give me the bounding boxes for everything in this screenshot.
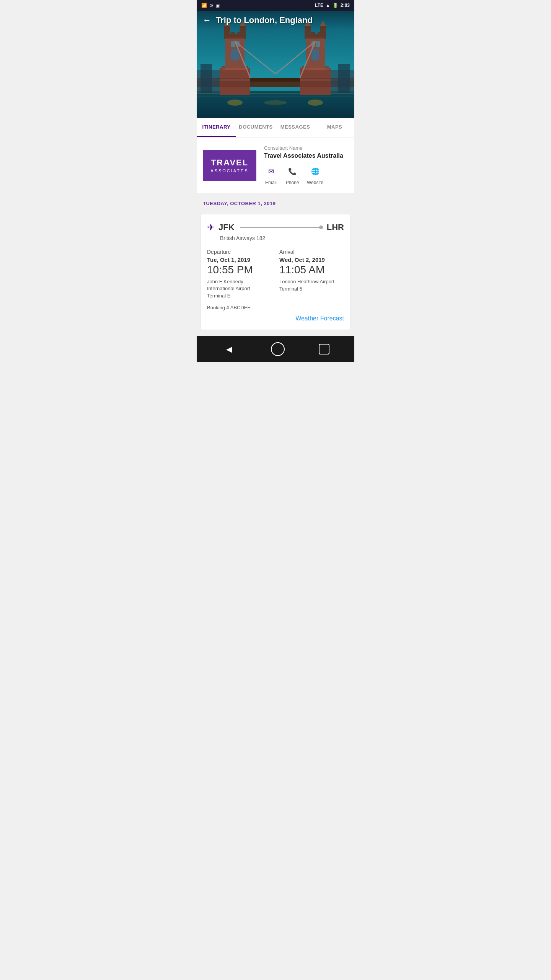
departure-time: 10:55 PM — [207, 264, 272, 276]
consultant-info: Consultant Name Travel Associates Austra… — [264, 145, 348, 185]
plane-icon: ✈ — [207, 222, 215, 233]
departure-airport: John F Kennedy International Airport — [207, 278, 272, 292]
email-icon: ✉ — [264, 165, 278, 178]
email-label: Email — [265, 180, 277, 185]
consultant-name: Travel Associates Australia — [264, 152, 348, 159]
email-action[interactable]: ✉ Email — [264, 165, 278, 185]
logo-line1: TRAVEL — [211, 158, 248, 168]
contact-actions: ✉ Email 📞 Phone 🌐 Website — [264, 165, 348, 185]
flight-details: Departure Tue, Oct 1, 2019 10:55 PM John… — [207, 249, 344, 299]
status-bar: 📶 ⊙ ▣ LTE ▲ 🔋 2:03 — [197, 0, 354, 11]
phone-label: Phone — [286, 180, 299, 185]
svg-point-46 — [308, 100, 323, 106]
svg-rect-49 — [201, 64, 212, 93]
nav-recent-button[interactable] — [319, 344, 329, 354]
departure-label: Departure — [207, 249, 272, 255]
svg-rect-9 — [231, 32, 235, 36]
nfc-icon: ▣ — [215, 3, 220, 8]
signal-icon: ▲ — [326, 3, 330, 8]
arrival-label: Arrival — [279, 249, 344, 255]
route-dot — [319, 225, 323, 229]
svg-rect-24 — [311, 32, 315, 36]
date-header: TUESDAY, OCTOBER 1, 2019 — [197, 196, 354, 211]
svg-rect-43 — [300, 68, 331, 95]
nav-home-button[interactable] — [271, 342, 285, 356]
website-icon: 🌐 — [308, 165, 322, 178]
travel-associates-logo: TRAVEL ASSOCIATES — [203, 150, 256, 181]
from-airport-code: JFK — [218, 222, 235, 232]
booking-ref: Booking # ABCDEF — [207, 305, 344, 310]
departure-col: Departure Tue, Oct 1, 2019 10:55 PM John… — [207, 249, 272, 299]
svg-rect-41 — [220, 68, 250, 95]
svg-rect-44 — [306, 38, 325, 70]
svg-point-47 — [264, 100, 287, 105]
navigation-bar: ◀ — [197, 336, 354, 362]
battery-icon: 🔋 — [333, 3, 338, 8]
airline-name: British Airways 182 — [220, 235, 344, 241]
back-button[interactable]: ← — [203, 15, 211, 25]
tabs-container: ITINERARY DOCUMENTS MESSAGES MAPS — [197, 118, 354, 137]
departure-date: Tue, Oct 1, 2019 — [207, 256, 272, 263]
arrival-date: Wed, Oct 2, 2019 — [279, 256, 344, 263]
consultant-label: Consultant Name — [264, 145, 348, 151]
tab-messages[interactable]: MESSAGES — [276, 118, 315, 137]
tab-itinerary[interactable]: ITINERARY — [197, 118, 236, 137]
hero-overlay: ← Trip to London, England — [197, 11, 354, 30]
phone-icon: 📞 — [285, 165, 299, 178]
svg-point-45 — [227, 100, 243, 106]
logo-line2: ASSOCIATES — [210, 168, 248, 173]
arrival-time: 11:05 AM — [279, 264, 344, 276]
website-action[interactable]: 🌐 Website — [307, 165, 323, 185]
lte-label: LTE — [315, 3, 323, 8]
svg-rect-3 — [197, 96, 354, 96]
phone-action[interactable]: 📞 Phone — [285, 165, 299, 185]
arrival-col: Arrival Wed, Oct 2, 2019 11:05 AM London… — [279, 249, 344, 299]
arrival-terminal: Terminal 5 — [279, 286, 344, 292]
hero-image: ← Trip to London, England — [197, 11, 354, 118]
svg-rect-36 — [250, 78, 300, 82]
route-line — [240, 227, 321, 228]
svg-rect-51 — [338, 64, 350, 93]
flight-card: ✈ JFK LHR British Airways 182 Departure … — [201, 214, 350, 330]
consultant-section: TRAVEL ASSOCIATES Consultant Name Travel… — [197, 137, 354, 196]
nav-back-button[interactable]: ◀ — [222, 341, 237, 357]
website-label: Website — [307, 180, 323, 185]
weather-forecast-section: Weather Forecast — [207, 315, 344, 322]
arrival-airport: London Heathrow Airport — [279, 278, 344, 285]
status-right: LTE ▲ 🔋 2:03 — [315, 3, 350, 8]
tab-maps[interactable]: MAPS — [315, 118, 354, 137]
flight-route: ✈ JFK LHR — [207, 222, 344, 233]
date-text: TUESDAY, OCTOBER 1, 2019 — [203, 201, 276, 206]
sync-icon: ⊙ — [209, 3, 213, 8]
weather-forecast-link[interactable]: Weather Forecast — [295, 315, 344, 322]
page-title: Trip to London, England — [216, 15, 313, 25]
tab-documents[interactable]: DOCUMENTS — [236, 118, 276, 137]
svg-rect-42 — [225, 38, 245, 70]
status-left: 📶 ⊙ ▣ — [201, 3, 220, 8]
to-airport-code: LHR — [327, 222, 344, 232]
time-display: 2:03 — [341, 3, 350, 8]
wifi-icon: 📶 — [201, 3, 207, 8]
departure-terminal: Terminal E — [207, 293, 272, 299]
